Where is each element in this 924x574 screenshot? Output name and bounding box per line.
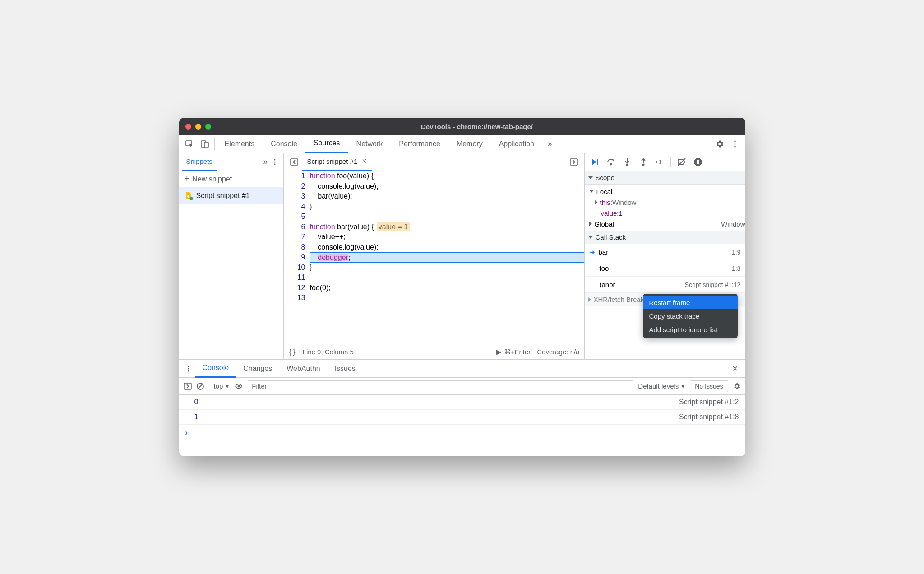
titlebar: DevTools - chrome://new-tab-page/ — [179, 118, 745, 135]
svg-point-14 — [626, 163, 628, 166]
step-into-button[interactable] — [621, 156, 633, 168]
minimize-window-button[interactable] — [195, 124, 201, 130]
svg-rect-11 — [570, 159, 578, 165]
tab-elements[interactable]: Elements — [217, 135, 263, 153]
scope-global[interactable]: GlobalWindow — [585, 218, 745, 229]
svg-point-26 — [238, 385, 240, 387]
show-debugger-icon[interactable] — [566, 153, 582, 171]
stack-frame-anonymous[interactable]: (anorScript snippet #1:12 — [585, 277, 745, 293]
console-output: 0 Script snippet #1:2 1 Script snippet #… — [179, 395, 745, 456]
navigator-tab-snippets[interactable]: Snippets — [182, 153, 217, 171]
context-menu: Restart frame Copy stack trace Add scrip… — [643, 294, 738, 338]
callstack-section-header[interactable]: Call Stack — [585, 231, 745, 244]
svg-point-15 — [642, 163, 644, 166]
console-source-link[interactable]: Script snippet #1:8 — [679, 411, 739, 423]
navigator-panel: Snippets » + New snippet Script snippet … — [179, 153, 284, 359]
run-snippet-button[interactable]: ▶ ⌘+Enter — [496, 348, 531, 356]
pretty-print-icon[interactable]: {} — [288, 348, 296, 356]
svg-point-6 — [274, 159, 275, 160]
console-log-row[interactable]: 0 Script snippet #1:2 — [179, 395, 745, 410]
resume-button[interactable] — [588, 156, 601, 168]
drawer-tab-issues[interactable]: Issues — [328, 360, 363, 378]
svg-point-13 — [610, 163, 612, 165]
snippet-file-icon — [185, 192, 193, 200]
issues-button[interactable]: No Issues — [690, 380, 728, 392]
svg-rect-2 — [204, 142, 208, 148]
settings-gear-icon[interactable] — [712, 135, 727, 153]
tab-network[interactable]: Network — [348, 135, 391, 153]
show-navigator-icon[interactable] — [286, 153, 302, 171]
step-out-button[interactable] — [637, 156, 650, 168]
svg-line-25 — [198, 384, 203, 389]
scope-value[interactable]: value: 1 — [585, 208, 745, 218]
current-execution-line: debugger; — [310, 252, 584, 263]
drawer-kebab-icon[interactable] — [182, 366, 195, 372]
console-filter-input[interactable] — [248, 380, 633, 392]
tab-console[interactable]: Console — [263, 135, 305, 153]
live-expression-icon[interactable] — [234, 383, 243, 389]
console-prompt[interactable]: › — [179, 425, 745, 441]
svg-point-16 — [656, 161, 657, 163]
clear-console-icon[interactable] — [196, 382, 204, 390]
code-body: function foo(value) { console.log(value)… — [310, 171, 584, 344]
scope-local[interactable]: Local — [585, 186, 745, 197]
navigator-tab-bar: Snippets » — [179, 153, 283, 171]
tab-performance[interactable]: Performance — [391, 135, 448, 153]
coverage-label: Coverage: n/a — [537, 348, 579, 356]
tab-application[interactable]: Application — [491, 135, 542, 153]
svg-point-7 — [274, 161, 275, 162]
svg-rect-18 — [697, 160, 698, 164]
svg-rect-12 — [597, 159, 598, 165]
code-editor[interactable]: 12345678910111213 function foo(value) { … — [284, 171, 584, 344]
ctx-restart-frame[interactable]: Restart frame — [643, 296, 738, 309]
drawer-panel: Console Changes WebAuthn Issues × top ▼ … — [179, 359, 745, 456]
stack-frame-bar[interactable]: ➔ bar1:9 — [585, 244, 745, 260]
debugger-toolbar — [585, 153, 745, 171]
devtools-window: DevTools - chrome://new-tab-page/ Elemen… — [179, 118, 745, 456]
main-tab-bar: Elements Console Sources Network Perform… — [179, 135, 745, 153]
drawer-tab-webauthn[interactable]: WebAuthn — [279, 360, 327, 378]
console-levels-dropdown[interactable]: Default levels ▼ — [638, 382, 685, 390]
svg-rect-10 — [291, 159, 298, 165]
tab-memory[interactable]: Memory — [448, 135, 491, 153]
console-context-selector[interactable]: top ▼ — [214, 382, 230, 390]
kebab-menu-icon[interactable] — [727, 135, 743, 153]
inspect-element-icon[interactable] — [182, 135, 197, 153]
close-drawer-icon[interactable]: × — [728, 363, 743, 375]
stack-frame-foo[interactable]: foo1:3 — [585, 260, 745, 277]
pause-on-exceptions-button[interactable] — [692, 156, 704, 168]
device-toolbar-icon[interactable] — [197, 135, 213, 153]
editor-panel: Script snippet #1 × 12345678910111213 fu… — [284, 153, 585, 359]
console-sidebar-toggle-icon[interactable] — [184, 383, 192, 390]
navigator-more-chevron-icon[interactable]: » — [263, 157, 268, 167]
deactivate-breakpoints-button[interactable] — [675, 156, 688, 168]
file-item-snippet-1[interactable]: Script snippet #1 — [179, 187, 283, 204]
scope-this[interactable]: this: Window — [585, 197, 745, 208]
svg-point-20 — [188, 366, 189, 367]
scope-section-header[interactable]: Scope — [585, 171, 745, 185]
console-log-row[interactable]: 1 Script snippet #1:8 — [179, 410, 745, 425]
scope-tree: Local this: Window value: 1 GlobalWindow — [585, 185, 745, 231]
svg-rect-23 — [184, 383, 191, 389]
console-settings-gear-icon[interactable] — [733, 382, 741, 390]
ctx-add-ignore-list[interactable]: Add script to ignore list — [643, 323, 738, 336]
step-over-button[interactable] — [605, 156, 617, 168]
new-snippet-button[interactable]: + New snippet — [179, 171, 283, 187]
more-tabs-chevron-icon[interactable]: » — [542, 135, 558, 153]
ctx-copy-stack-trace[interactable]: Copy stack trace — [643, 309, 738, 323]
svg-point-22 — [188, 370, 189, 371]
console-source-link[interactable]: Script snippet #1:2 — [679, 396, 739, 408]
zoom-window-button[interactable] — [205, 124, 211, 130]
svg-point-4 — [734, 143, 736, 145]
navigator-kebab-icon[interactable] — [272, 159, 278, 165]
step-button[interactable] — [653, 156, 666, 168]
svg-rect-19 — [698, 160, 699, 164]
tab-sources[interactable]: Sources — [305, 135, 348, 153]
close-tab-icon[interactable]: × — [362, 157, 367, 166]
drawer-tab-console[interactable]: Console — [195, 360, 236, 378]
close-window-button[interactable] — [185, 124, 191, 130]
svg-point-5 — [734, 146, 736, 148]
drawer-tab-changes[interactable]: Changes — [236, 360, 279, 378]
svg-point-3 — [734, 140, 736, 142]
editor-tab-snippet-1[interactable]: Script snippet #1 × — [302, 153, 372, 171]
